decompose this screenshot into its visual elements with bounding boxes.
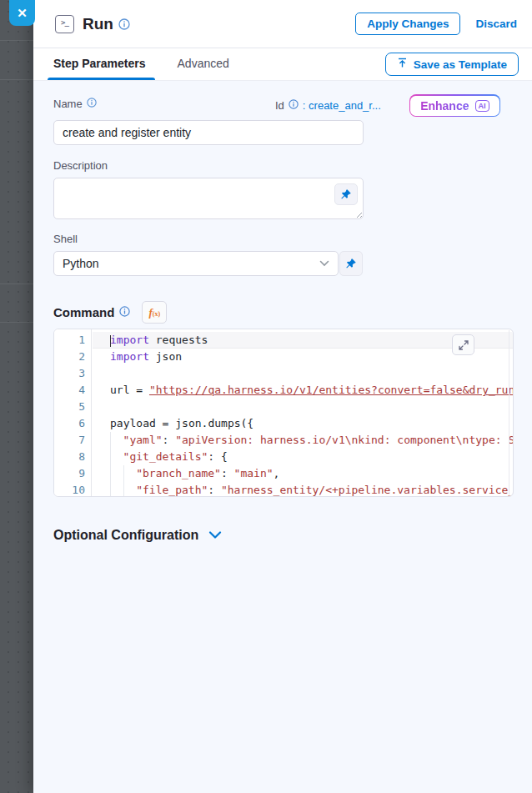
canvas-divider [0, 79, 33, 80]
header-actions: Apply Changes Discard [355, 13, 517, 35]
line-number: 7 [54, 432, 91, 449]
optional-configuration-toggle[interactable]: Optional Configuration [53, 528, 514, 543]
indent-guide [110, 449, 123, 465]
enhance-ai-inner: Enhance AI [410, 96, 499, 116]
drawer-header: >_ Run Apply Changes Discard [33, 0, 532, 48]
screen: ✕ >_ Run Apply Changes Discard Step Para… [0, 0, 532, 793]
pin-input-type-button[interactable] [339, 251, 363, 276]
name-input[interactable] [53, 120, 364, 145]
info-icon[interactable] [87, 98, 97, 110]
chevron-down-icon [208, 531, 222, 540]
page-title: Run [83, 15, 113, 33]
code-line[interactable]: payload = json.dumps({ [93, 415, 513, 432]
code-line[interactable]: "file_path": "harness_entity/<+pipeline.… [93, 482, 513, 496]
close-drawer-button[interactable]: ✕ [9, 0, 35, 26]
tab-step-parameters[interactable]: Step Parameters [53, 57, 146, 72]
code-token: "https://qa.harness.io/v1/entities?conve… [149, 384, 513, 396]
code-token: : [208, 484, 221, 496]
canvas-divider [0, 284, 33, 284]
expression-fx-button[interactable]: f(x) [142, 301, 167, 324]
enhance-ai-button[interactable]: Enhance AI [409, 94, 500, 117]
description-box [53, 178, 364, 219]
code-line[interactable]: import json [93, 349, 513, 365]
line-number: 3 [54, 365, 91, 382]
code-token: "apiVersion: harness.io/v1\nkind: compon… [175, 434, 513, 446]
line-number: 8 [54, 449, 91, 465]
dimmed-pipeline-canvas [0, 0, 33, 793]
command-header-row: Command f(x) [53, 301, 514, 324]
code-token: "harness_entity/<+pipeline.variables.ser… [221, 484, 513, 496]
code-token: import [110, 350, 149, 363]
code-line[interactable]: "branch_name": "main", [93, 465, 513, 482]
name-id-row: Name Id : create_and_r... Enhance AI [53, 98, 514, 116]
shell-select[interactable]: Python [53, 251, 339, 276]
run-step-icon: >_ [55, 15, 74, 33]
code-token: json [149, 350, 182, 363]
line-number: 6 [54, 415, 91, 432]
expand-editor-button[interactable] [452, 334, 474, 355]
optional-configuration-label: Optional Configuration [53, 528, 198, 543]
command-code-editor[interactable]: 12345678910 import requestsimport jsonur… [53, 329, 514, 497]
code-token: , [274, 467, 280, 479]
code-line[interactable] [93, 399, 513, 415]
line-number: 1 [54, 332, 91, 349]
shell-label: Shell [53, 233, 514, 245]
shell-section: Shell Python [53, 233, 514, 276]
close-icon: ✕ [17, 6, 28, 21]
info-icon[interactable] [119, 305, 130, 319]
line-number: 10 [54, 482, 91, 497]
code-line[interactable]: "git_details": { [93, 449, 513, 465]
discard-button[interactable]: Discard [475, 18, 517, 30]
id-label: Id [275, 99, 284, 112]
id-value[interactable]: : create_and_r... [303, 99, 381, 112]
line-number: 9 [54, 465, 91, 482]
upload-icon [397, 58, 408, 71]
info-icon[interactable] [289, 99, 299, 112]
code-line[interactable]: "yaml": "apiVersion: harness.io/v1\nkind… [93, 432, 513, 449]
canvas-divider [0, 40, 33, 41]
step-config-drawer: >_ Run Apply Changes Discard Step Parame… [33, 0, 532, 793]
pin-input-type-button[interactable] [334, 183, 358, 205]
code-line[interactable]: url = "https://qa.harness.io/v1/entities… [93, 382, 513, 399]
indent-guide [110, 482, 123, 496]
name-label: Name [53, 98, 83, 110]
tab-advanced[interactable]: Advanced [178, 57, 229, 72]
indent-guide [123, 482, 137, 496]
code-token: : [221, 467, 234, 479]
description-label: Description [53, 159, 514, 172]
command-label: Command [53, 305, 114, 319]
code-token: requests [149, 334, 208, 346]
active-tab-underline [48, 78, 155, 80]
code-token: : [163, 434, 176, 446]
enhance-label: Enhance [420, 99, 469, 113]
apply-changes-button[interactable]: Apply Changes [355, 13, 460, 35]
pin-icon [340, 188, 352, 200]
editor-code-area[interactable]: import requestsimport jsonurl = "https:/… [93, 329, 513, 496]
ai-badge: AI [475, 100, 489, 112]
expand-icon [459, 340, 469, 350]
info-icon[interactable] [118, 18, 130, 30]
code-token: "file_path" [136, 484, 208, 496]
code-token: url = [110, 384, 149, 396]
pin-icon [345, 258, 357, 269]
indent-guide [110, 465, 123, 482]
code-line[interactable]: import requests [93, 332, 513, 349]
save-as-template-button[interactable]: Save as Template [385, 53, 519, 76]
save-as-template-label: Save as Template [414, 58, 507, 71]
editor-scrollbar-track[interactable] [509, 330, 509, 495]
indent-guide [110, 432, 123, 449]
chevron-down-icon [319, 260, 329, 267]
command-label-group: Command [53, 305, 130, 319]
code-token: payload = json.dumps({ [110, 417, 253, 429]
description-section: Description [53, 159, 514, 219]
line-number: 2 [54, 349, 91, 365]
code-token: : { [208, 450, 227, 463]
fx-sub: (x) [153, 310, 160, 318]
code-token: import [110, 334, 149, 346]
shell-row: Python [53, 251, 514, 276]
code-line[interactable] [93, 365, 513, 382]
code-token: "yaml" [123, 434, 163, 446]
shell-selected-value: Python [63, 257, 319, 270]
code-token: "branch_name" [136, 467, 221, 479]
description-textarea[interactable] [53, 178, 364, 219]
